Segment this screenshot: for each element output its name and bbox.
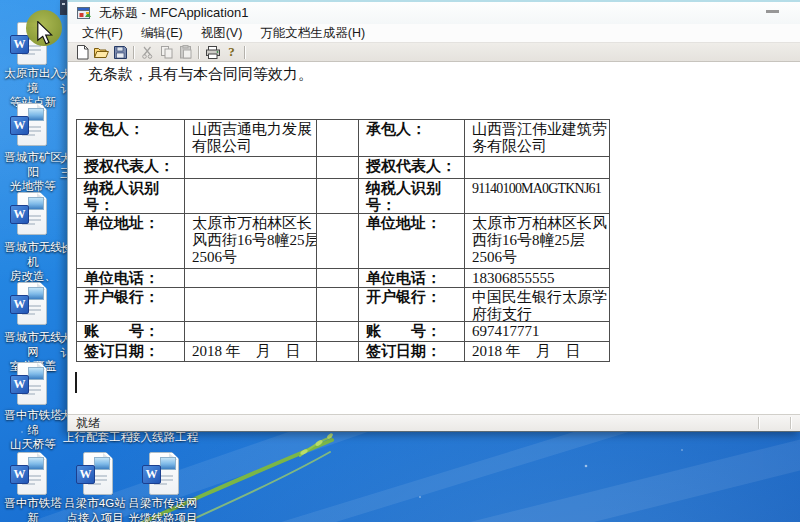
- menu-item-view[interactable]: 视图(V): [192, 25, 252, 42]
- doc-thumbnail-icon: [28, 197, 44, 210]
- toolbar-separator: [244, 46, 246, 59]
- table-cell-value[interactable]: [185, 288, 317, 322]
- table-cell-label[interactable]: 账 号：: [359, 322, 465, 342]
- doc-thumbnail-icon: [28, 367, 44, 380]
- table-cell-empty[interactable]: [317, 157, 359, 179]
- table-cell-value[interactable]: 太原市万柏林区长风西街16号8幢25层2506号: [465, 214, 610, 269]
- text-caret: [75, 372, 77, 393]
- table-cell-empty[interactable]: [317, 269, 359, 288]
- table-cell-label[interactable]: 授权代表人：: [77, 157, 185, 179]
- desktop-icon-word-doc[interactable]: W: [76, 452, 114, 496]
- desktop-icon-word-doc[interactable]: W: [10, 103, 48, 147]
- desktop-icon-label[interactable]: 晋中市铁塔新建室分项目: [1, 496, 65, 522]
- titlebar[interactable]: 无标题 - MFCApplication1: [68, 0, 800, 24]
- table-cell-value[interactable]: 山西吉通电力发展有限公司: [185, 120, 317, 157]
- screen: W 太原市出入境等站点新建... W 晋城市矿区阳光地带等站... W 晋城市无…: [0, 0, 800, 522]
- contract-table: 发包人： 山西吉通电力发展有限公司 承包人： 山西晋江伟业建筑劳务有限公司 授权…: [76, 119, 610, 362]
- word-logo-icon: W: [142, 465, 161, 484]
- table-cell-label[interactable]: 授权代表人：: [359, 157, 465, 179]
- app-window: 无标题 - MFCApplication1 文件(F) 编辑(E) 视图(V) …: [67, 0, 800, 432]
- table-cell-value[interactable]: 18306855555: [465, 269, 610, 288]
- desktop-icon-label[interactable]: 吕梁市传送网光缆线路项目: [128, 496, 198, 522]
- toolbar-separator: [133, 46, 135, 59]
- doc-thumbnail-icon: [28, 287, 44, 300]
- table-cell-label[interactable]: 发包人：: [77, 120, 185, 157]
- table-cell-label[interactable]: 单位地址：: [77, 214, 185, 269]
- statusbar-divider: [790, 417, 791, 429]
- statusbar-divider: [758, 417, 759, 429]
- table-cell-value[interactable]: [185, 269, 317, 288]
- table-cell-value[interactable]: 太原市万柏林区长风西街16号8幢25层2506号: [185, 214, 317, 269]
- partial-icon-label: 接入线路工程: [129, 430, 198, 445]
- doc-thumbnail-icon: [28, 108, 44, 121]
- table-cell-empty[interactable]: [317, 342, 359, 362]
- table-cell-label[interactable]: 账 号：: [77, 322, 185, 342]
- doc-thumbnail-icon: [94, 457, 110, 470]
- table-cell-empty[interactable]: [317, 120, 359, 157]
- table-cell-label[interactable]: 签订日期：: [77, 342, 185, 362]
- table-cell-value[interactable]: [185, 157, 317, 179]
- table-cell-value[interactable]: [185, 322, 317, 342]
- desktop-icon-word-doc[interactable]: W: [142, 452, 180, 496]
- status-bar: 就绪: [68, 414, 800, 431]
- minimize-button[interactable]: [766, 10, 779, 13]
- table-cell-empty[interactable]: [317, 214, 359, 269]
- menubar: 文件(F) 编辑(E) 视图(V) 万能文档生成器(H): [68, 24, 800, 43]
- menu-item-edit[interactable]: 编辑(E): [132, 25, 192, 42]
- table-cell-value[interactable]: 中国民生银行太原学府街支行: [465, 288, 610, 322]
- table-cell-label[interactable]: 纳税人识别号：: [77, 179, 185, 214]
- document-area[interactable]: 充条款，具有与本合同同等效力。 发包人： 山西吉通电力发展有限公司 承包人： 山…: [68, 62, 800, 414]
- word-logo-icon: W: [76, 465, 95, 484]
- menu-item-doc-generator[interactable]: 万能文档生成器(H): [251, 25, 374, 42]
- window-title: 无标题 - MFCApplication1: [99, 4, 249, 22]
- table-cell-value[interactable]: 697417771: [465, 322, 610, 342]
- desktop-icon-word-doc[interactable]: W: [10, 282, 48, 326]
- print-icon[interactable]: [203, 44, 222, 60]
- table-cell-value[interactable]: 2018 年 月 日: [185, 342, 317, 362]
- cut-icon[interactable]: [138, 44, 157, 60]
- table-cell-empty[interactable]: [317, 322, 359, 342]
- table-cell-empty[interactable]: [317, 179, 359, 214]
- table-cell-value[interactable]: 91140100MA0GTKNJ61: [465, 179, 610, 214]
- partial-icon-label: 上行配套工程: [63, 430, 132, 445]
- word-logo-icon: W: [10, 465, 29, 484]
- word-logo-icon: W: [10, 116, 29, 135]
- status-text: 就绪: [76, 415, 100, 432]
- desktop-icon-word-doc[interactable]: W: [10, 192, 48, 236]
- copy-icon[interactable]: [157, 44, 176, 60]
- word-logo-icon: W: [10, 375, 29, 394]
- cursor-arrow-icon: [37, 21, 53, 45]
- table-cell-value[interactable]: 山西晋江伟业建筑劳务有限公司: [465, 120, 610, 157]
- doc-thumbnail-icon: [160, 457, 176, 470]
- toolbar-separator: [198, 46, 200, 59]
- table-cell-label[interactable]: 开户银行：: [77, 288, 185, 322]
- open-folder-icon[interactable]: [92, 44, 111, 60]
- toolbar: ?: [68, 43, 800, 62]
- doc-thumbnail-icon: [28, 457, 44, 470]
- desktop-icon-label[interactable]: 吕梁市4G站点接入项目: [62, 496, 128, 522]
- desktop-icon-word-doc[interactable]: W: [10, 362, 48, 406]
- mouse-cursor: [24, 8, 84, 58]
- table-cell-label[interactable]: 开户银行：: [359, 288, 465, 322]
- document-paragraph: 充条款，具有与本合同同等效力。: [88, 65, 313, 84]
- table-cell-label[interactable]: 单位电话：: [359, 269, 465, 288]
- table-cell-label[interactable]: 单位电话：: [77, 269, 185, 288]
- table-cell-label[interactable]: 签订日期：: [359, 342, 465, 362]
- table-cell-value[interactable]: 2018 年 月 日: [465, 342, 610, 362]
- table-cell-value[interactable]: [465, 157, 610, 179]
- save-icon[interactable]: [111, 44, 130, 60]
- word-logo-icon: W: [10, 205, 29, 224]
- table-cell-label[interactable]: 单位地址：: [359, 214, 465, 269]
- paste-icon[interactable]: [176, 44, 195, 60]
- desktop-icon-word-doc[interactable]: W: [10, 452, 48, 496]
- table-cell-value[interactable]: [185, 179, 317, 214]
- table-cell-label[interactable]: 承包人：: [359, 120, 465, 157]
- help-icon[interactable]: ?: [222, 44, 241, 60]
- word-logo-icon: W: [10, 295, 29, 314]
- table-cell-label[interactable]: 纳税人识别号：: [359, 179, 465, 214]
- table-cell-empty[interactable]: [317, 288, 359, 322]
